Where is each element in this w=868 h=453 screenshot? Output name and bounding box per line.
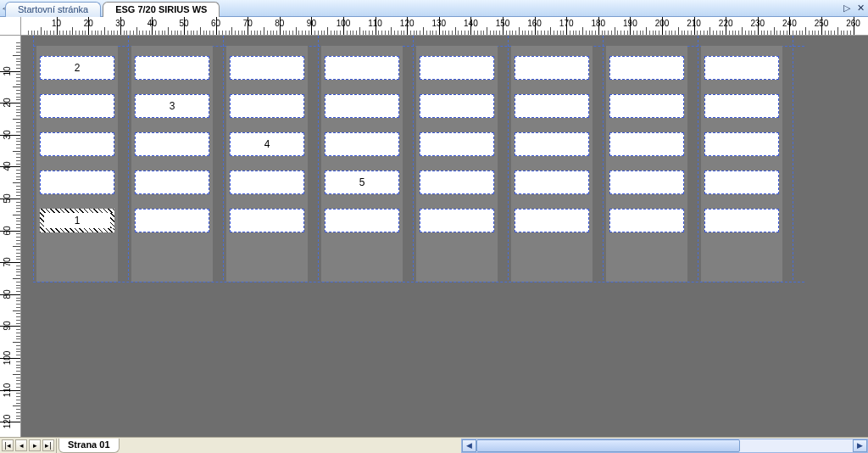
- label-slot[interactable]: [704, 94, 779, 118]
- label-slot[interactable]: [230, 209, 304, 232]
- label-slot[interactable]: 3: [135, 94, 209, 118]
- h-ruler-label: 90: [307, 19, 316, 28]
- ruler-corner: [0, 17, 21, 36]
- h-ruler-label: 250: [815, 19, 829, 28]
- label-slot[interactable]: [704, 132, 779, 156]
- label-slot[interactable]: [609, 171, 684, 194]
- label-slot[interactable]: [230, 94, 304, 118]
- v-ruler-label: 10: [3, 66, 12, 76]
- label-slot[interactable]: [420, 56, 494, 80]
- design-canvas[interactable]: 21345: [21, 36, 868, 437]
- guide-vertical: [413, 36, 414, 280]
- label-slot[interactable]: [135, 132, 209, 156]
- label-slot[interactable]: [40, 171, 114, 194]
- label-slot[interactable]: [515, 209, 589, 232]
- label-slot[interactable]: 2: [40, 56, 114, 80]
- label-slot[interactable]: [609, 209, 684, 232]
- scroll-track[interactable]: [476, 439, 853, 452]
- v-ruler-label: 60: [3, 226, 12, 235]
- page-prev-button[interactable]: ◂: [15, 439, 27, 451]
- label-slot[interactable]: 1: [40, 209, 114, 232]
- label-slot[interactable]: [515, 132, 589, 156]
- label-slot[interactable]: [515, 94, 589, 118]
- v-ruler-label: 120: [3, 415, 12, 429]
- label-slot[interactable]: [420, 209, 494, 232]
- scroll-left-button[interactable]: ◀: [462, 439, 476, 452]
- tab-scroll-right[interactable]: ▷: [841, 2, 853, 14]
- label-slot[interactable]: [609, 56, 684, 80]
- label-slot[interactable]: [230, 171, 304, 194]
- page-tab[interactable]: Strana 01: [58, 439, 120, 453]
- tab-close[interactable]: ✕: [854, 2, 866, 14]
- scroll-right-button[interactable]: ▶: [853, 439, 867, 452]
- label-slot[interactable]: [325, 94, 399, 118]
- guide-vertical: [793, 36, 793, 280]
- h-ruler-label: 80: [275, 19, 284, 28]
- guide-vertical: [223, 36, 224, 280]
- v-ruler-label: 100: [3, 351, 12, 366]
- label-slot[interactable]: [515, 171, 589, 194]
- label-slot[interactable]: [420, 94, 494, 118]
- h-ruler-label: 140: [464, 19, 478, 28]
- h-ruler-label: 50: [179, 19, 188, 28]
- slot-text: 2: [41, 62, 114, 74]
- label-slot[interactable]: [325, 56, 399, 80]
- h-ruler-label: 230: [750, 19, 765, 28]
- guide-vertical: [508, 36, 509, 280]
- h-ruler-label: 20: [84, 19, 93, 28]
- h-ruler-label: 40: [147, 19, 157, 28]
- label-slot[interactable]: [135, 171, 209, 194]
- label-slot[interactable]: [135, 209, 209, 232]
- label-slot[interactable]: [420, 132, 494, 156]
- label-slot[interactable]: [230, 56, 304, 80]
- label-slot[interactable]: 5: [325, 171, 399, 194]
- column-background: [36, 46, 118, 282]
- column-background: [701, 46, 782, 282]
- h-ruler-label: 240: [782, 19, 797, 28]
- h-ruler-label: 180: [591, 19, 605, 28]
- label-slot[interactable]: [40, 94, 114, 118]
- label-slot[interactable]: 4: [230, 132, 304, 156]
- guide-vertical: [33, 36, 34, 280]
- label-slot[interactable]: [420, 171, 494, 194]
- vertical-ruler[interactable]: 102030405060708090100110120: [0, 36, 21, 437]
- h-ruler-label: 60: [211, 19, 220, 28]
- scroll-thumb[interactable]: [476, 439, 740, 452]
- document-tabs: ◁ Startovní stránka ESG 7/20 SIRIUS WS ▷…: [0, 0, 868, 17]
- label-slot[interactable]: [704, 171, 779, 194]
- h-ruler-label: 260: [846, 19, 860, 28]
- h-ruler-label: 130: [431, 19, 446, 28]
- v-ruler-label: 70: [3, 258, 12, 267]
- h-ruler-label: 160: [527, 19, 542, 28]
- slot-text: 5: [326, 176, 398, 188]
- label-slot[interactable]: [704, 56, 779, 80]
- label-slot[interactable]: [325, 209, 399, 232]
- label-slot[interactable]: [135, 56, 209, 80]
- h-ruler-label: 220: [719, 19, 733, 28]
- label-slot[interactable]: [325, 132, 399, 156]
- label-slot[interactable]: [40, 132, 114, 156]
- label-slot[interactable]: [704, 209, 779, 232]
- h-ruler-label: 200: [655, 19, 670, 28]
- page-last-button[interactable]: ▸|: [42, 439, 54, 451]
- column-background: [131, 46, 213, 282]
- horizontal-scrollbar[interactable]: ◀ ▶: [461, 439, 868, 453]
- slot-text: 4: [231, 138, 303, 150]
- v-ruler-label: 30: [3, 130, 12, 139]
- page-tab-bar: |◂ ◂ ▸ ▸| Strana 01 ◀ ▶: [0, 437, 868, 453]
- tab-active-document[interactable]: ESG 7/20 SIRIUS WS: [103, 2, 220, 17]
- h-ruler-label: 10: [52, 19, 61, 28]
- horizontal-ruler[interactable]: 1020304050607080901001101201301401501601…: [21, 17, 868, 36]
- page-next-button[interactable]: ▸: [29, 439, 41, 451]
- guide-vertical: [698, 36, 698, 280]
- v-ruler-label: 80: [3, 289, 12, 299]
- page-first-button[interactable]: |◂: [2, 439, 14, 451]
- v-ruler-label: 50: [3, 193, 12, 203]
- column-background: [416, 46, 498, 282]
- h-ruler-label: 120: [400, 19, 415, 28]
- label-slot[interactable]: [609, 94, 684, 118]
- column-background: [511, 46, 593, 282]
- tab-start-page[interactable]: Startovní stránka: [5, 2, 101, 17]
- label-slot[interactable]: [609, 132, 684, 156]
- label-slot[interactable]: [515, 56, 589, 80]
